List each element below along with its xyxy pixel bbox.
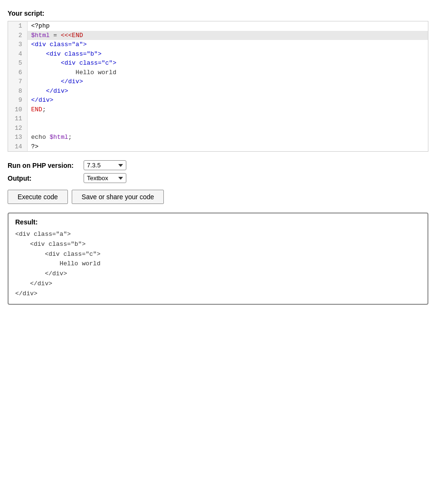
line-number: 9: [8, 96, 27, 105]
line-number: 4: [8, 49, 27, 59]
code-line: 7 </div>: [8, 77, 428, 87]
line-code: Hello world: [27, 68, 428, 78]
line-number: 14: [8, 142, 27, 152]
code-line: 3<div class="a">: [8, 40, 428, 49]
line-number: 7: [8, 77, 27, 87]
result-box: Result: <div class="a"> <div class="b"> …: [8, 213, 428, 305]
code-line: 12: [8, 124, 428, 133]
code-line: 10END;: [8, 105, 428, 115]
line-number: 10: [8, 105, 27, 115]
line-code: echo $html;: [27, 133, 428, 142]
code-editor: 1<?php2$html = <<<END3<div class="a">4 <…: [8, 21, 428, 152]
line-code: [27, 124, 428, 133]
line-number: 2: [8, 31, 27, 40]
line-code: </div>: [27, 96, 428, 105]
code-line: 6 Hello world: [8, 68, 428, 78]
code-line: 9</div>: [8, 96, 428, 105]
code-line: 14?>: [8, 142, 428, 152]
line-number: 1: [8, 21, 27, 31]
line-code: $html = <<<END: [27, 31, 428, 40]
execute-button[interactable]: Execute code: [8, 190, 68, 204]
code-line: 11: [8, 114, 428, 124]
output-label: Output:: [8, 174, 84, 182]
line-code: <div class="b">: [27, 49, 428, 59]
output-select[interactable]: TextboxBrowser: [84, 173, 126, 183]
result-label: Result:: [15, 218, 421, 226]
line-number: 3: [8, 40, 27, 49]
line-code: <div class="a">: [27, 40, 428, 49]
line-code: [27, 114, 428, 124]
share-button[interactable]: Save or share your code: [72, 190, 164, 204]
line-number: 5: [8, 58, 27, 68]
line-number: 11: [8, 114, 27, 124]
result-content: <div class="a"> <div class="b"> <div cla…: [15, 230, 421, 299]
code-line: 2$html = <<<END: [8, 31, 428, 40]
script-label: Your script:: [8, 10, 428, 17]
line-code: </div>: [27, 77, 428, 87]
code-line: 5 <div class="c">: [8, 58, 428, 68]
code-line: 4 <div class="b">: [8, 49, 428, 59]
line-code: END;: [27, 105, 428, 115]
line-number: 8: [8, 87, 27, 96]
line-number: 12: [8, 124, 27, 133]
code-line: 1<?php: [8, 21, 428, 31]
controls-section: Run on PHP version: 5.6.407.0.337.1.337.…: [8, 160, 428, 183]
code-line: 13echo $html;: [8, 133, 428, 142]
buttons-row: Execute code Save or share your code: [8, 190, 428, 204]
line-code: <div class="c">: [27, 58, 428, 68]
line-number: 6: [8, 68, 27, 78]
line-code: ?>: [27, 142, 428, 152]
line-code: </div>: [27, 87, 428, 96]
php-version-select[interactable]: 5.6.407.0.337.1.337.2.347.3.57.4.288.0.1…: [84, 160, 126, 170]
line-code: <?php: [27, 21, 428, 31]
code-line: 8 </div>: [8, 87, 428, 96]
line-number: 13: [8, 133, 27, 142]
php-version-label: Run on PHP version:: [8, 162, 84, 169]
